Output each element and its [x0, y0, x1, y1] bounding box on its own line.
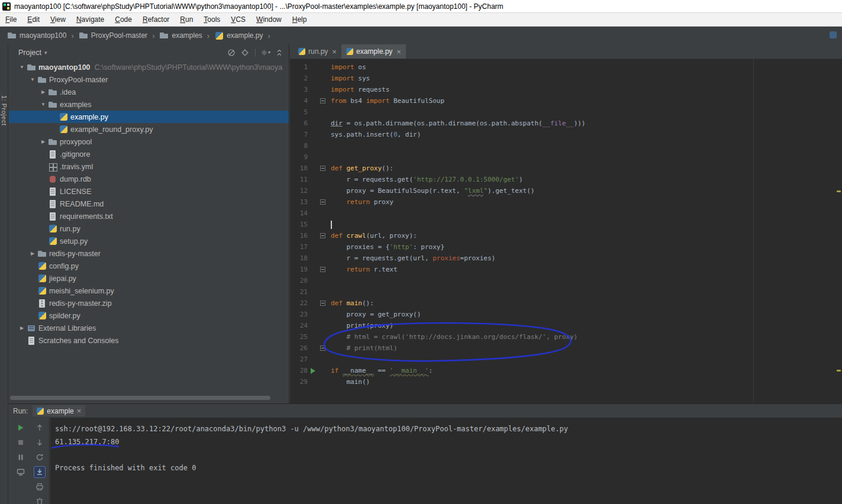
tree-item-example.py[interactable]: example.py: [9, 111, 289, 123]
chevron-collapsed-icon[interactable]: ▶: [38, 139, 48, 144]
code-line-24[interactable]: 24 print(proxy): [290, 320, 842, 331]
code-line-6[interactable]: 6dir = os.path.dirname(os.path.dirname(o…: [290, 118, 842, 129]
toolbar-widget-icon[interactable]: [830, 31, 837, 38]
fold-icon[interactable]: [320, 345, 325, 351]
chevron-collapsed-icon[interactable]: ▶: [28, 251, 37, 256]
code-line-8[interactable]: 8: [290, 140, 842, 151]
fold-icon[interactable]: [320, 199, 325, 205]
fold-icon[interactable]: [320, 233, 325, 238]
run-console[interactable]: ssh://root@192.168.33.12:22/root/anacond…: [50, 418, 842, 504]
settings-gear-icon[interactable]: ▾: [261, 48, 270, 57]
close-tab-icon[interactable]: ×: [396, 47, 401, 56]
fold-icon[interactable]: [320, 166, 325, 171]
project-panel-title[interactable]: Project: [18, 49, 41, 57]
code-line-26[interactable]: 26 # print(html): [290, 343, 842, 354]
inspection-mark[interactable]: [837, 370, 841, 371]
code-line-12[interactable]: 12 proxy = BeautifulSoup(r.text, "lxml")…: [290, 185, 842, 196]
code-line-16[interactable]: 16def crawl(url, proxy):: [290, 230, 842, 241]
tool-button-project[interactable]: 1: Project: [1, 95, 8, 125]
menu-view[interactable]: View: [45, 14, 71, 25]
fold-icon[interactable]: [320, 301, 325, 306]
tree-item-.travis.yml[interactable]: .travis.yml: [9, 160, 289, 173]
down-button[interactable]: [34, 437, 45, 448]
tree-item-Scratches and Consoles[interactable]: Scratches and Consoles: [9, 334, 289, 347]
code-line-11[interactable]: 11 r = requests.get('http://127.0.0.1:50…: [290, 174, 842, 185]
code-line-23[interactable]: 23 proxy = get_proxy(): [290, 309, 842, 320]
code-line-13[interactable]: 13 return proxy: [290, 196, 842, 208]
code-line-10[interactable]: 10def get_proxy():: [290, 163, 842, 174]
tree-item-README.md[interactable]: README.md: [9, 198, 289, 210]
code-line-5[interactable]: 5: [290, 106, 842, 118]
menu-tools[interactable]: Tools: [198, 14, 225, 25]
code-line-22[interactable]: 22def main():: [290, 298, 842, 309]
tree-item-jiepai.py[interactable]: jiepai.py: [9, 272, 289, 285]
code-line-4[interactable]: 4from bs4 import BeautifulSoup: [290, 95, 842, 106]
run-gutter-icon[interactable]: [311, 368, 315, 374]
menu-navigate[interactable]: Navigate: [71, 14, 109, 25]
tree-item-.idea[interactable]: ▶.idea: [9, 86, 289, 98]
chevron-expanded-icon[interactable]: ▼: [38, 102, 48, 107]
code-line-15[interactable]: 15: [290, 219, 842, 230]
pause-button[interactable]: [15, 452, 26, 463]
code-line-29[interactable]: 29 main(): [290, 376, 842, 387]
fold-icon[interactable]: [320, 267, 325, 272]
up-button[interactable]: [34, 422, 45, 433]
chevron-collapsed-icon[interactable]: ▶: [17, 325, 27, 331]
tree-item-example_round_proxy.py[interactable]: example_round_proxy.py: [9, 123, 289, 135]
menu-vcs[interactable]: VCS: [225, 14, 251, 25]
code-line-3[interactable]: 3import requests: [290, 84, 842, 95]
close-tab-icon[interactable]: ×: [332, 47, 337, 56]
code-line-1[interactable]: 1import os: [290, 62, 842, 73]
code-line-7[interactable]: 7sys.path.insert(0, dir): [290, 129, 842, 140]
hide-empty-packages-icon[interactable]: [227, 48, 236, 57]
tree-item-maoyantop100[interactable]: ▼maoyantop100C:\software\phpStudy\PHPTut…: [9, 61, 289, 73]
tree-item-redis-py-master.zip[interactable]: redis-py-master.zip: [9, 297, 289, 309]
print-button[interactable]: [34, 482, 45, 492]
tree-item-proxypool[interactable]: ▶proxypool: [9, 135, 289, 148]
tree-item-ProxyPool-master[interactable]: ▼ProxyPool-master: [9, 73, 289, 86]
tree-item-LICENSE[interactable]: LICENSE: [9, 185, 289, 198]
code-line-20[interactable]: 20: [290, 275, 842, 286]
menu-window[interactable]: Window: [251, 14, 287, 25]
stop-button[interactable]: [15, 437, 26, 448]
menu-run[interactable]: Run: [175, 14, 198, 25]
trash-button[interactable]: [34, 496, 45, 504]
code-line-25[interactable]: 25 # html = crawl('http://docs.jinkan.or…: [290, 331, 842, 343]
tree-item-spilder.py[interactable]: spilder.py: [9, 309, 289, 322]
code-editor[interactable]: 1import os2import sys3import requests4fr…: [290, 59, 842, 403]
menu-file[interactable]: File: [0, 14, 22, 25]
tree-item-run.py[interactable]: run.py: [9, 222, 289, 235]
collapse-all-icon[interactable]: [275, 48, 284, 57]
scroll-end-button[interactable]: [34, 467, 45, 477]
tree-item-dump.rdb[interactable]: dump.rdb: [9, 173, 289, 185]
locate-file-icon[interactable]: [240, 48, 250, 57]
horizontal-scrollbar-thumb[interactable]: [10, 396, 270, 400]
menu-code[interactable]: Code: [109, 14, 137, 25]
chevron-expanded-icon[interactable]: ▼: [28, 77, 37, 82]
restart-button[interactable]: [34, 452, 45, 463]
chevron-collapsed-icon[interactable]: ▶: [38, 89, 48, 95]
close-tab-icon[interactable]: ×: [77, 406, 82, 415]
menu-refactor[interactable]: Refactor: [137, 14, 175, 25]
monitor-button[interactable]: [15, 467, 26, 477]
rerun-button[interactable]: [15, 422, 26, 433]
tree-item-requirements.txt[interactable]: requirements.txt: [9, 210, 289, 222]
code-line-2[interactable]: 2import sys: [290, 73, 842, 84]
code-line-21[interactable]: 21: [290, 286, 842, 298]
tree-item-examples[interactable]: ▼examples: [9, 98, 289, 111]
breadcrumb-examples[interactable]: examples: [158, 30, 203, 41]
editor-tab-example.py[interactable]: example.py×: [341, 44, 406, 59]
tree-item-config.py[interactable]: config.py: [9, 260, 289, 272]
breadcrumb-ProxyPool-master[interactable]: ProxyPool-master: [78, 30, 149, 41]
fold-icon[interactable]: [320, 98, 325, 104]
tree-item-External Libraries[interactable]: ▶External Libraries: [9, 322, 289, 334]
code-line-27[interactable]: 27: [290, 354, 842, 365]
code-line-9[interactable]: 9: [290, 151, 842, 163]
code-line-14[interactable]: 14: [290, 208, 842, 219]
run-tab-example[interactable]: example ×: [33, 405, 85, 416]
menu-edit[interactable]: Edit: [22, 14, 45, 25]
tree-item-setup.py[interactable]: setup.py: [9, 235, 289, 247]
code-line-17[interactable]: 17 proxies = {'http': proxy}: [290, 241, 842, 253]
breadcrumb-maoyantop100[interactable]: maoyantop100: [6, 30, 67, 41]
inspection-mark[interactable]: [837, 190, 841, 192]
